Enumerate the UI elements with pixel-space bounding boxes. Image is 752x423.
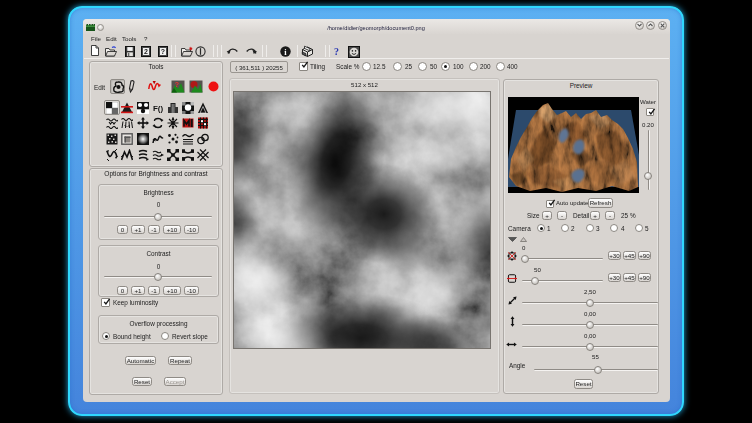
svg-text:F(): F() <box>153 104 164 113</box>
svg-text:?: ? <box>175 81 179 88</box>
svg-text:?: ? <box>161 48 165 55</box>
svg-text:2: 2 <box>144 48 148 55</box>
